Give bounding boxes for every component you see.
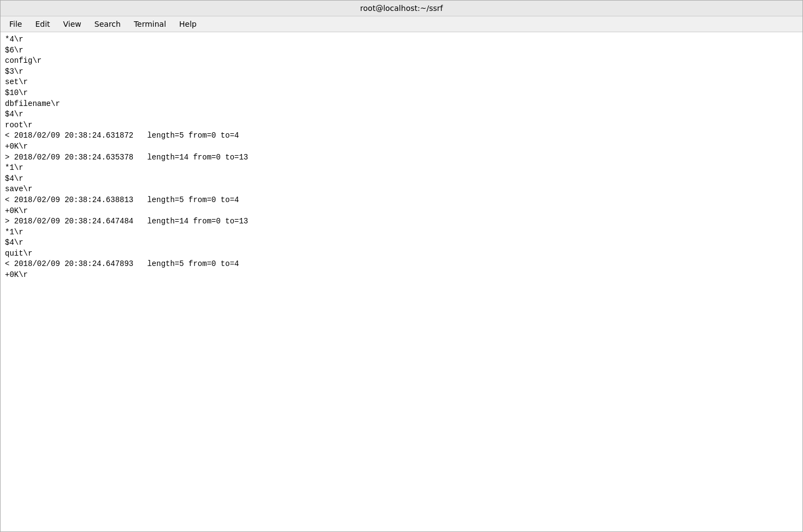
- menu-view[interactable]: View: [57, 17, 88, 31]
- title-text: root@localhost:~/ssrf: [360, 4, 442, 13]
- terminal-window: root@localhost:~/ssrf File Edit View Sea…: [0, 0, 803, 532]
- title-bar: root@localhost:~/ssrf: [1, 1, 802, 16]
- terminal-content[interactable]: *4\r $6\r config\r $3\r set\r $10\r dbfi…: [1, 32, 802, 531]
- menu-help[interactable]: Help: [173, 17, 203, 31]
- menu-search[interactable]: Search: [88, 17, 127, 31]
- menu-file[interactable]: File: [3, 17, 28, 31]
- menu-bar: File Edit View Search Terminal Help: [1, 16, 802, 32]
- menu-terminal[interactable]: Terminal: [127, 17, 173, 31]
- menu-edit[interactable]: Edit: [28, 17, 56, 31]
